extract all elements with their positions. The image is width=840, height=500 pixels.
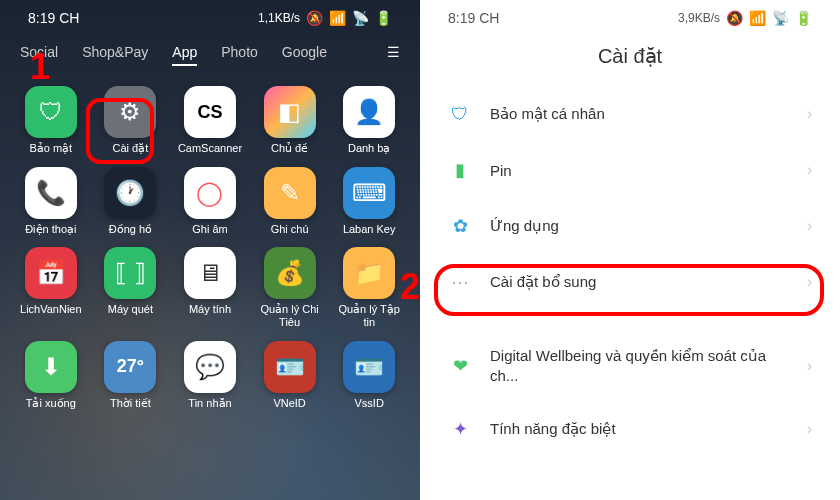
app-label: Bảo mật (29, 142, 72, 155)
app-điện-thoại[interactable]: 📞Điện thoại (14, 167, 88, 236)
status-time: 8:19 CH (448, 10, 499, 26)
app-camscanner[interactable]: CSCamScanner (173, 86, 247, 155)
status-icons: 1,1KB/s 🔕 📶 📡 🔋 (258, 10, 392, 26)
row-icon: ✦ (448, 417, 472, 441)
app-label: Tải xuống (26, 397, 76, 410)
chevron-right-icon: › (807, 105, 812, 123)
app-ghi-âm[interactable]: ◯Ghi âm (173, 167, 247, 236)
app-icon: 📁 (343, 247, 395, 299)
row-icon: ▮ (448, 158, 472, 182)
chevron-right-icon: › (807, 161, 812, 179)
row-label: Ứng dụng (490, 217, 789, 235)
app-label: Ghi chú (271, 223, 309, 236)
app-icon: 🕐 (104, 167, 156, 219)
row-icon: ❤ (448, 354, 472, 378)
app-icon: ⬇ (25, 341, 77, 393)
app-label: Đồng hồ (109, 223, 152, 236)
menu-icon[interactable]: ☰ (387, 44, 400, 60)
app-ghi-chú[interactable]: ✎Ghi chú (253, 167, 327, 236)
app-tải-xuống[interactable]: ⬇Tải xuống (14, 341, 88, 410)
settings-row-2[interactable]: ✿Ứng dụng› (420, 198, 840, 254)
app-grid: 🛡Bảo mật⚙Cài đặtCSCamScanner◧Chủ đề👤Danh… (0, 70, 420, 425)
tab-app[interactable]: App (172, 44, 197, 60)
tab-photo[interactable]: Photo (221, 44, 258, 60)
app-icon: CS (184, 86, 236, 138)
app-icon: 💰 (264, 247, 316, 299)
settings-row-4[interactable]: ❤Digital Wellbeing và quyền kiểm soát củ… (420, 330, 840, 401)
app-quản-lý-chi-tiêu[interactable]: 💰Quản lý Chi Tiêu (253, 247, 327, 328)
app-label: VssID (355, 397, 384, 410)
app-icon: 27° (104, 341, 156, 393)
app-icon: ◧ (264, 86, 316, 138)
app-chủ-đề[interactable]: ◧Chủ đề (253, 86, 327, 155)
app-vneid[interactable]: 🪪VNeID (253, 341, 327, 410)
app-icon: 🛡 (25, 86, 77, 138)
chevron-right-icon: › (807, 273, 812, 291)
app-thời-tiết[interactable]: 27°Thời tiết (94, 341, 168, 410)
app-label: Ghi âm (192, 223, 227, 236)
annotation-1: 1 (30, 46, 50, 88)
phone-home-screen: 8:19 CH 1,1KB/s 🔕 📶 📡 🔋 Social Shop&Pay … (0, 0, 420, 500)
app-bảo-mật[interactable]: 🛡Bảo mật (14, 86, 88, 155)
settings-list: 🛡Bảo mật cá nhân›▮Pin›✿Ứng dụng›⋯Cài đặt… (420, 86, 840, 457)
app-label: Chủ đề (271, 142, 308, 155)
app-label: Máy tính (189, 303, 231, 316)
phone-settings-screen: 8:19 CH 3,9KB/s 🔕 📶 📡 🔋 Cài đặt 🛡Bảo mật… (420, 0, 840, 500)
signal-icon: 📶 (329, 10, 346, 26)
app-máy-tính[interactable]: 🖥Máy tính (173, 247, 247, 328)
app-label: Cài đặt (113, 142, 149, 155)
app-icon: ✎ (264, 167, 316, 219)
network-rate: 1,1KB/s (258, 11, 300, 25)
app-laban-key[interactable]: ⌨Laban Key (332, 167, 406, 236)
settings-row-3[interactable]: ⋯Cài đặt bổ sung› (420, 254, 840, 310)
row-label: Pin (490, 162, 789, 179)
settings-row-5[interactable]: ✦Tính năng đặc biệt› (420, 401, 840, 457)
tab-google[interactable]: Google (282, 44, 327, 60)
network-rate: 3,9KB/s (678, 11, 720, 25)
app-quản-lý-tập-tin[interactable]: 📁Quản lý Tập tin (332, 247, 406, 328)
app-label: CamScanner (178, 142, 242, 155)
settings-row-1[interactable]: ▮Pin› (420, 142, 840, 198)
app-danh-bạ[interactable]: 👤Danh bạ (332, 86, 406, 155)
row-icon: ✿ (448, 214, 472, 238)
app-label: Laban Key (343, 223, 396, 236)
row-label: Bảo mật cá nhân (490, 105, 789, 123)
row-label: Digital Wellbeing và quyền kiểm soát của… (490, 346, 789, 385)
page-title: Cài đặt (420, 30, 840, 86)
app-lichvannien[interactable]: 📅LichVanNien (14, 247, 88, 328)
chevron-right-icon: › (807, 420, 812, 438)
status-time: 8:19 CH (28, 10, 79, 26)
app-icon: 📞 (25, 167, 77, 219)
app-icon: ⟦ ⟧ (104, 247, 156, 299)
app-icon: 🪪 (264, 341, 316, 393)
app-tin-nhắn[interactable]: 💬Tin nhắn (173, 341, 247, 410)
wifi-icon: 📡 (352, 10, 369, 26)
annotation-2: 2 (400, 266, 420, 308)
app-vssid[interactable]: 🪪VssID (332, 341, 406, 410)
battery-icon: 🔋 (375, 10, 392, 26)
status-icons: 3,9KB/s 🔕 📶 📡 🔋 (678, 10, 812, 26)
battery-icon: 🔋 (795, 10, 812, 26)
row-icon: ⋯ (448, 270, 472, 294)
app-icon: 🖥 (184, 247, 236, 299)
row-label: Cài đặt bổ sung (490, 273, 789, 291)
settings-row-0[interactable]: 🛡Bảo mật cá nhân› (420, 86, 840, 142)
app-label: LichVanNien (20, 303, 82, 316)
app-label: Danh bạ (348, 142, 390, 155)
app-cài-đặt[interactable]: ⚙Cài đặt (94, 86, 168, 155)
app-label: Thời tiết (110, 397, 151, 410)
row-label: Tính năng đặc biệt (490, 420, 789, 438)
app-label: Quản lý Tập tin (336, 303, 402, 328)
chevron-right-icon: › (807, 217, 812, 235)
app-đồng-hồ[interactable]: 🕐Đồng hồ (94, 167, 168, 236)
signal-icon: 📶 (749, 10, 766, 26)
app-máy-quét[interactable]: ⟦ ⟧Máy quét (94, 247, 168, 328)
app-icon: ◯ (184, 167, 236, 219)
tab-shop-pay[interactable]: Shop&Pay (82, 44, 148, 60)
app-label: Tin nhắn (188, 397, 231, 410)
dnd-icon: 🔕 (726, 10, 743, 26)
category-tabs: Social Shop&Pay App Photo Google ☰ (0, 30, 420, 70)
row-icon: 🛡 (448, 102, 472, 126)
chevron-right-icon: › (807, 357, 812, 375)
app-label: Máy quét (108, 303, 153, 316)
